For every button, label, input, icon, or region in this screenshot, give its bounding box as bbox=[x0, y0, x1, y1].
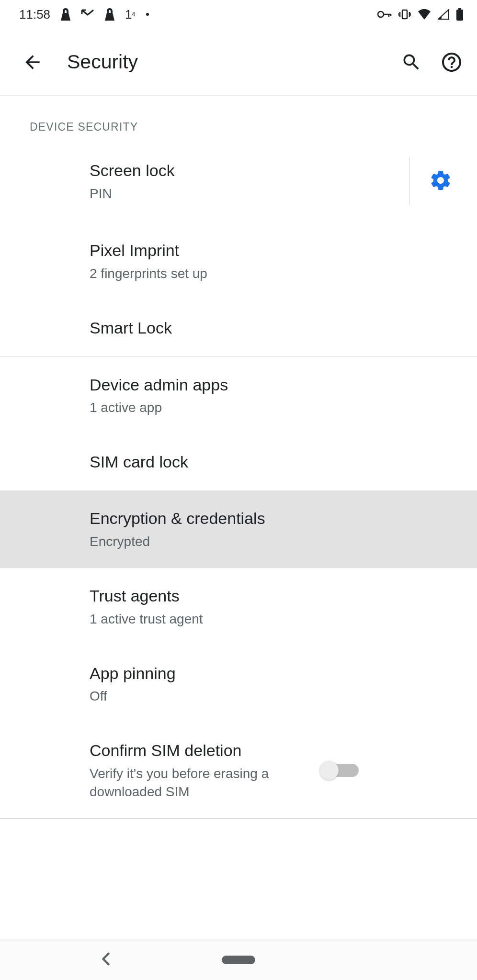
settings-title: Confirm SIM deletion bbox=[90, 740, 319, 762]
trust-agents-text: Trust agents 1 active trust agent bbox=[90, 585, 458, 628]
settings-subtitle: Off bbox=[90, 687, 458, 705]
search-button[interactable] bbox=[399, 50, 423, 74]
smart-lock-text: Smart Lock bbox=[90, 317, 458, 339]
settings-list: Screen lock PIN Pixel Imprint 2 fingerpr… bbox=[0, 140, 477, 819]
settings-title: Trust agents bbox=[90, 585, 458, 607]
device-admin-text: Device admin apps 1 active app bbox=[90, 374, 458, 417]
encryption-credentials-item[interactable]: Encryption & credentials Encrypted bbox=[0, 490, 477, 568]
settings-subtitle: PIN bbox=[90, 185, 400, 203]
status-bar: 11:58 14 bbox=[0, 0, 477, 29]
svg-point-0 bbox=[146, 13, 149, 16]
notification-1-icon: 14 bbox=[125, 7, 135, 22]
svg-point-1 bbox=[378, 11, 384, 17]
device-admin-apps-item[interactable]: Device admin apps 1 active app bbox=[0, 357, 477, 434]
encryption-text: Encryption & credentials Encrypted bbox=[90, 508, 458, 551]
battery-icon bbox=[456, 8, 464, 21]
settings-title: Screen lock bbox=[90, 160, 400, 182]
help-button[interactable] bbox=[440, 50, 464, 74]
vibrate-icon bbox=[398, 9, 411, 20]
navigation-bar bbox=[0, 939, 477, 980]
settings-title: Device admin apps bbox=[90, 374, 458, 396]
pixel-imprint-item[interactable]: Pixel Imprint 2 fingerprints set up bbox=[0, 223, 477, 300]
svg-rect-4 bbox=[456, 10, 463, 21]
settings-subtitle: Encrypted bbox=[90, 533, 458, 551]
settings-title: SIM card lock bbox=[90, 451, 458, 473]
toggle-thumb bbox=[319, 761, 339, 780]
signal-icon bbox=[438, 9, 449, 20]
key-icon bbox=[377, 10, 392, 19]
section-header: DEVICE SECURITY bbox=[0, 96, 477, 140]
pixel-imprint-text: Pixel Imprint 2 fingerprints set up bbox=[90, 240, 458, 283]
trust-agents-item[interactable]: Trust agents 1 active trust agent bbox=[0, 568, 477, 646]
gear-icon bbox=[429, 169, 452, 194]
settings-title: Smart Lock bbox=[90, 317, 458, 339]
lock-icon bbox=[105, 8, 114, 21]
settings-subtitle: 1 active trust agent bbox=[90, 610, 458, 628]
svg-rect-2 bbox=[402, 10, 407, 19]
settings-subtitle: Verify it's you before erasing a downloa… bbox=[90, 765, 319, 801]
app-pinning-text: App pinning Off bbox=[90, 663, 458, 706]
nav-home-pill[interactable] bbox=[222, 956, 255, 964]
divider bbox=[0, 818, 477, 819]
app-pinning-item[interactable]: App pinning Off bbox=[0, 646, 477, 723]
status-right bbox=[377, 8, 464, 21]
sim-card-lock-text: SIM card lock bbox=[90, 451, 458, 473]
lock-icon bbox=[61, 8, 70, 21]
screen-lock-text: Screen lock PIN bbox=[90, 160, 400, 203]
confirm-sim-text: Confirm SIM deletion Verify it's you bef… bbox=[90, 740, 319, 801]
sim-card-lock-item[interactable]: SIM card lock bbox=[0, 434, 477, 490]
missed-call-icon bbox=[81, 9, 94, 20]
svg-rect-3 bbox=[458, 8, 461, 10]
settings-subtitle: 2 fingerprints set up bbox=[90, 265, 458, 283]
settings-title: Encryption & credentials bbox=[90, 508, 458, 530]
settings-subtitle: 1 active app bbox=[90, 399, 458, 417]
settings-title: Pixel Imprint bbox=[90, 240, 458, 262]
status-time: 11:58 bbox=[19, 7, 50, 22]
confirm-sim-deletion-item[interactable]: Confirm SIM deletion Verify it's you bef… bbox=[0, 723, 477, 818]
smart-lock-item[interactable]: Smart Lock bbox=[0, 300, 477, 356]
wifi-icon bbox=[418, 9, 431, 20]
screen-lock-item[interactable]: Screen lock PIN bbox=[0, 140, 477, 223]
dot-icon bbox=[146, 12, 149, 16]
page-title: Security bbox=[67, 51, 399, 73]
confirm-sim-toggle[interactable] bbox=[319, 761, 359, 780]
screen-lock-settings-button[interactable] bbox=[409, 157, 458, 205]
app-bar: Security bbox=[0, 29, 477, 96]
nav-back-button[interactable] bbox=[101, 952, 111, 968]
settings-title: App pinning bbox=[90, 663, 458, 685]
back-button[interactable] bbox=[18, 48, 47, 77]
action-icons bbox=[399, 50, 464, 74]
status-left: 11:58 14 bbox=[19, 7, 149, 22]
